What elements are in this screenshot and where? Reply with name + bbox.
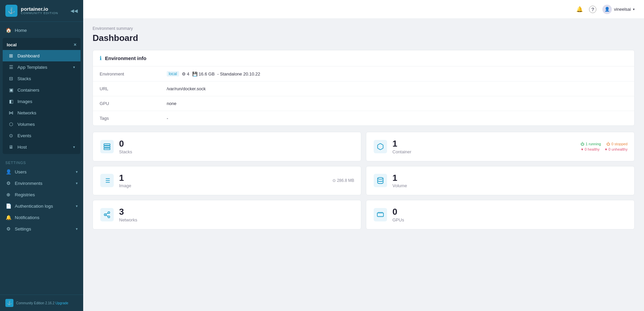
chevron-down-icon: ▾ [76,170,78,174]
sidebar-item-settings[interactable]: ⚙ Settings ▾ [0,223,83,235]
env-label-tags: Tags [100,116,167,121]
stacks-metric-info: 0 Stacks [119,139,132,154]
env-value-url: /var/run/docker.sock [167,86,206,91]
metric-card-stacks[interactable]: 0 Stacks [93,132,361,161]
chevron-down-icon: ▾ [76,204,78,208]
gpus-metric-icon [374,208,387,221]
running-count: 1 running [586,142,601,146]
environment-close-button[interactable]: × [74,42,76,47]
page-title: Dashboard [93,33,635,43]
dashboard-page: Environment summary Dashboard ℹ Environm… [83,19,644,311]
stop-icon: ⏻ [606,142,610,146]
networks-icon: ⋈ [8,110,14,115]
footer-text: Community Edition 2.16.2 Upgrade [16,301,68,305]
sidebar-item-registries[interactable]: ⊕ Registries [0,189,83,200]
svg-line-13 [106,215,108,216]
settings-icon: ⚙ [5,226,11,231]
svg-point-9 [378,177,383,179]
sidebar-item-containers[interactable]: ▣ Containers [3,84,80,96]
metric-card-volumes[interactable]: 1 Volume [366,166,635,196]
auth-logs-label: Authentication logs [15,204,53,209]
metric-card-containers[interactable]: 1 Container ⏻ 1 running ⏻ 0 stopped [366,132,635,161]
info-circle-icon: ℹ [100,55,102,61]
host-icon: 🖥 [8,144,14,150]
environment-header: local × [3,39,80,50]
svg-rect-2 [104,148,110,150]
env-label-gpu: GPU [100,101,167,106]
sidebar-item-home[interactable]: 🏠 Home [0,24,83,36]
healthy-count: 0 healthy [585,147,600,151]
containers-label: Containers [17,88,39,93]
svg-line-14 [106,213,108,214]
settings-label: Settings [15,226,31,231]
auth-logs-icon: 📄 [5,203,11,209]
networks-metric-info: 3 Networks [119,207,137,222]
stacks-label: Stacks [17,76,31,81]
sidebar-item-events[interactable]: ⊙ Events [3,130,80,141]
environments-icon: ⚙ [5,180,11,186]
container-stats: ⏻ 1 running ⏻ 0 stopped ♥ 0 healthy [581,142,628,151]
stat-unhealthy: ♥ 0 unhealthy [605,147,628,151]
info-table: Environment local ⚙ 4 💾 16.6 GB - Standa… [93,66,634,125]
header-actions: 🔔 ? 👤 vineelsai ▾ [576,5,635,14]
sidebar-item-host[interactable]: 🖥 Host ▾ [3,141,80,153]
home-label: Home [15,28,27,33]
svg-point-11 [104,214,106,216]
settings-section-label: Settings [0,156,83,166]
sidebar-item-environments[interactable]: ⚙ Environments ▾ [0,177,83,189]
events-label: Events [17,133,31,138]
notifications-bell-icon[interactable]: 🔔 [576,6,583,12]
containers-metric-icon [374,140,387,153]
help-icon[interactable]: ? [589,6,596,13]
logo-icon: ⚓ [5,5,17,17]
svg-point-12 [108,216,110,218]
registries-icon: ⊕ [5,192,11,197]
sidebar-item-notifications[interactable]: 🔔 Notifications [0,212,83,223]
sidebar-logo: ⚓ portainer.io Community Edition ◀◀ [0,0,83,22]
host-label: Host [17,145,27,150]
power-icon: ⏻ [581,142,584,146]
env-standalone: - Standalone 20.10.22 [217,71,260,76]
stacks-metric-icon [100,140,114,153]
dashboard-icon: ⊞ [8,53,14,58]
volumes-metric-info: 1 Volume [392,173,407,189]
upgrade-button[interactable]: Upgrade [55,301,68,305]
top-header: 🔔 ? 👤 vineelsai ▾ [83,0,644,19]
sidebar-navigation: 🏠 Home local × ⊞ Dashboard ☰ App Templat… [0,22,83,295]
stacks-count: 0 [119,139,132,149]
image-size: ⊙ 286.8 MB [332,178,354,183]
stat-running: ⏻ 1 running [581,142,601,146]
stat-row-bottom: ♥ 0 healthy ♥ 0 unhealthy [581,147,628,151]
stacks-label: Stacks [119,149,132,154]
user-menu[interactable]: 👤 vineelsai ▾ [602,5,635,14]
chevron-down-icon: ▾ [73,65,75,69]
svg-rect-15 [377,213,383,216]
env-row-tags: Tags - [93,111,634,125]
sidebar-item-networks[interactable]: ⋈ Networks [3,107,80,118]
svg-rect-1 [104,146,110,148]
images-label: Image [119,183,131,188]
volumes-icon: ⬡ [8,121,14,127]
version-label: Community Edition 2.16.2 [16,301,55,305]
sidebar-item-stacks[interactable]: ⊟ Stacks [3,73,80,84]
env-row-environment: Environment local ⚙ 4 💾 16.6 GB - Standa… [93,66,634,82]
sidebar-footer: ⚓ Community Edition 2.16.2 Upgrade [0,295,83,311]
sidebar-item-auth-logs[interactable]: 📄 Authentication logs ▾ [0,200,83,212]
users-icon: 👤 [5,169,11,174]
metric-card-gpus[interactable]: 0 GPUs [366,200,635,229]
users-label: Users [15,169,26,174]
stat-healthy: ♥ 0 healthy [581,147,599,151]
sidebar-item-users[interactable]: 👤 Users ▾ [0,166,83,177]
images-count: 1 [119,173,131,183]
environment-info-card: ℹ Environment info Environment local ⚙ 4… [93,50,635,126]
collapse-sidebar-button[interactable]: ◀◀ [70,8,78,13]
sidebar-item-images[interactable]: ◧ Images [3,96,80,107]
metric-card-images[interactable]: 1 Image ⊙ 286.8 MB [93,166,361,196]
sidebar-item-dashboard[interactable]: ⊞ Dashboard [3,50,80,61]
sidebar-item-app-templates[interactable]: ☰ App Templates ▾ [3,61,80,73]
sidebar-item-volumes[interactable]: ⬡ Volumes [3,118,80,130]
events-icon: ⊙ [8,133,14,138]
sidebar: ⚓ portainer.io Community Edition ◀◀ 🏠 Ho… [0,0,83,311]
metric-card-networks[interactable]: 3 Networks [93,200,361,229]
size-icon: ⊙ [332,178,336,183]
